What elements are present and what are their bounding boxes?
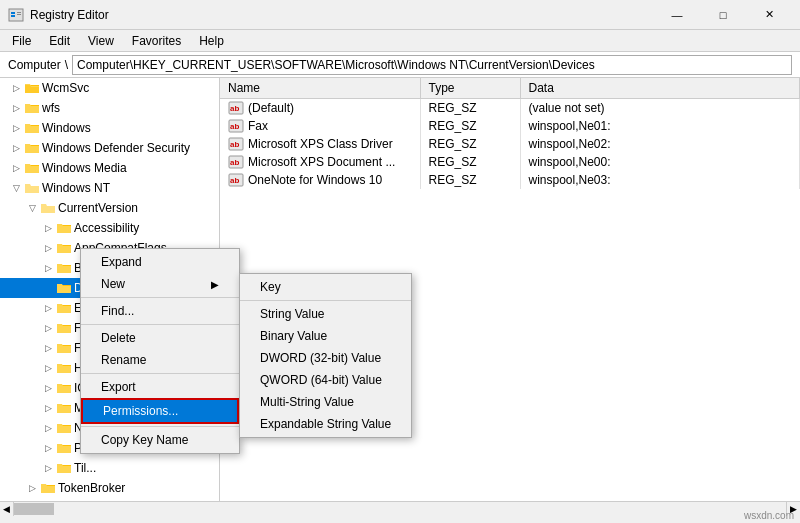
tree-label-wcmsvc: WcmSvc (42, 81, 89, 95)
folder-icon-accessibility (56, 220, 72, 236)
tree-item-wcmsvc[interactable]: ▷ WcmSvc (0, 78, 219, 98)
col-header-type[interactable]: Type (420, 78, 520, 99)
h-scroll-track (14, 502, 786, 516)
ctx-sep1 (81, 297, 239, 298)
maximize-button[interactable]: □ (700, 0, 746, 30)
ctx-new-submenu: Key String Value Binary Value DWORD (32-… (239, 273, 412, 438)
close-button[interactable]: ✕ (746, 0, 792, 30)
menu-edit[interactable]: Edit (41, 30, 78, 51)
tree-item-windows[interactable]: ▷ Windows (0, 118, 219, 138)
ctx-export[interactable]: Export (81, 376, 239, 398)
tree-label-wfs: wfs (42, 101, 60, 115)
title-text: Registry Editor (30, 8, 109, 22)
h-scrollbar[interactable]: ◀ ▶ (0, 501, 800, 515)
tree-item-wfs[interactable]: ▷ wfs (0, 98, 219, 118)
folder-icon-appcompat (56, 240, 72, 256)
minimize-button[interactable]: — (654, 0, 700, 30)
folder-icon-currentversion (40, 200, 56, 216)
ctx-copykey[interactable]: Copy Key Name (81, 429, 239, 451)
row-name-onenote: ab OneNote for Windows 10 (220, 171, 420, 189)
reg-value-icon: ab (228, 155, 244, 169)
expand-icon-windows: ▷ (8, 120, 24, 136)
row-name-xps-class: ab Microsoft XPS Class Driver (220, 135, 420, 153)
expand-icon-ne: ▷ (40, 420, 56, 436)
table-row[interactable]: ab OneNote for Windows 10 REG_SZ winspoo… (220, 171, 800, 189)
title-bar-controls: — □ ✕ (654, 0, 792, 30)
folder-icon-fonts (56, 320, 72, 336)
h-scroll-thumb[interactable] (14, 503, 54, 515)
tree-label-winmedia: Windows Media (42, 161, 127, 175)
folder-icon-ms (56, 400, 72, 416)
table-row[interactable]: ab (Default) REG_SZ (value not set) (220, 99, 800, 118)
tree-item-tokenbroker[interactable]: ▷ TokenBroker (0, 478, 219, 498)
submenu-string[interactable]: String Value (240, 303, 411, 325)
expand-icon-wcmsvc: ▷ (8, 80, 24, 96)
table-row[interactable]: ab Microsoft XPS Class Driver REG_SZ win… (220, 135, 800, 153)
address-label: Computer (8, 58, 61, 72)
expand-icon-devices (40, 280, 56, 296)
tree-item-accessibility[interactable]: ▷ Accessibility (0, 218, 219, 238)
expand-icon-fonts: ▷ (40, 320, 56, 336)
row-name-fax: ab Fax (220, 117, 420, 135)
row-data-default: (value not set) (520, 99, 800, 118)
col-header-name[interactable]: Name (220, 78, 420, 99)
folder-icon-windows (24, 120, 40, 136)
expand-icon-efs: ▷ (40, 300, 56, 316)
row-data-xps-class: winspool,Ne02: (520, 135, 800, 153)
svg-rect-2 (11, 15, 15, 17)
folder-icon-winnt (24, 180, 40, 196)
ctx-new[interactable]: New ▶ Key String Value Binary Value DWOR… (81, 273, 239, 295)
submenu-binary[interactable]: Binary Value (240, 325, 411, 347)
folder-icon-pri (56, 440, 72, 456)
col-header-data[interactable]: Data (520, 78, 800, 99)
menu-view[interactable]: View (80, 30, 122, 51)
table-row[interactable]: ab Fax REG_SZ winspool,Ne01: (220, 117, 800, 135)
row-data-xps-doc: winspool,Ne00: (520, 153, 800, 171)
expand-icon-background: ▷ (40, 260, 56, 276)
tree-label-accessibility: Accessibility (74, 221, 139, 235)
submenu-key[interactable]: Key (240, 276, 411, 298)
menu-file[interactable]: File (4, 30, 39, 51)
h-scroll-left[interactable]: ◀ (0, 502, 14, 516)
tree-label-currentversion: CurrentVersion (58, 201, 138, 215)
folder-icon-tokenbroker (40, 480, 56, 496)
menu-bar: File Edit View Favorites Help (0, 30, 800, 52)
ctx-sep2 (81, 324, 239, 325)
address-separator: \ (65, 58, 68, 72)
tree-item-til[interactable]: ▷ Til... (0, 458, 219, 478)
ctx-find[interactable]: Find... (81, 300, 239, 322)
expand-icon-tokenbroker: ▷ (24, 480, 40, 496)
folder-icon-fontsubst (56, 340, 72, 356)
tree-label-til: Til... (74, 461, 96, 475)
ctx-sep3 (81, 373, 239, 374)
folder-icon-efs (56, 300, 72, 316)
table-row[interactable]: ab Microsoft XPS Document ... REG_SZ win… (220, 153, 800, 171)
folder-icon-wfs (24, 100, 40, 116)
tree-label-winnt: Windows NT (42, 181, 110, 195)
folder-icon-til (56, 460, 72, 476)
expand-icon-ms: ▷ (40, 400, 56, 416)
submenu-expand[interactable]: Expandable String Value (240, 413, 411, 435)
ctx-expand[interactable]: Expand (81, 251, 239, 273)
folder-icon-wcmsvc (24, 80, 40, 96)
address-input[interactable] (72, 55, 792, 75)
tree-item-currentversion[interactable]: ▽ CurrentVersion (0, 198, 219, 218)
ctx-sep4 (81, 426, 239, 427)
menu-favorites[interactable]: Favorites (124, 30, 189, 51)
expand-icon-currentversion: ▽ (24, 200, 40, 216)
row-type-xps-class: REG_SZ (420, 135, 520, 153)
submenu-qword[interactable]: QWORD (64-bit) Value (240, 369, 411, 391)
reg-value-icon: ab (228, 101, 244, 115)
tree-item-windefender[interactable]: ▷ Windows Defender Security (0, 138, 219, 158)
context-menu: Expand New ▶ Key String Value Binary Val… (80, 248, 240, 454)
ctx-rename[interactable]: Rename (81, 349, 239, 371)
ctx-permissions[interactable]: Permissions... (81, 398, 239, 424)
svg-rect-3 (17, 12, 21, 13)
menu-help[interactable]: Help (191, 30, 232, 51)
tree-item-winnt[interactable]: ▽ Windows NT (0, 178, 219, 198)
expand-icon-appcompat: ▷ (40, 240, 56, 256)
tree-item-winmedia[interactable]: ▷ Windows Media (0, 158, 219, 178)
ctx-delete[interactable]: Delete (81, 327, 239, 349)
submenu-multi[interactable]: Multi-String Value (240, 391, 411, 413)
submenu-dword[interactable]: DWORD (32-bit) Value (240, 347, 411, 369)
